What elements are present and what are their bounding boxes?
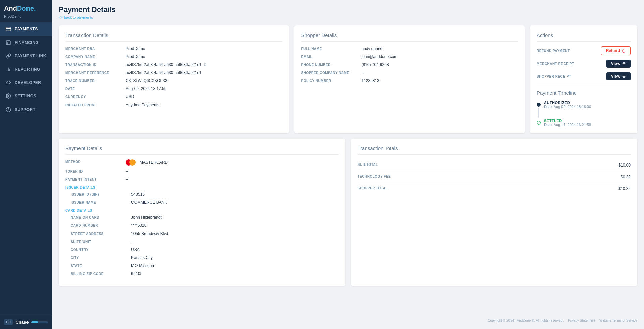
detail-row-trace: TRACE NUMBER C3T8LWJQ6CXKQLX3 — [65, 78, 282, 83]
trace-label: TRACE NUMBER — [65, 78, 126, 83]
payments-icon — [5, 26, 11, 32]
logo: AndDone. — [0, 0, 52, 14]
card-section-label: CARD DETAILS — [65, 209, 339, 212]
sidebar: AndDone. ProdDemo PAYMENTS FINANCING PAY… — [0, 0, 52, 329]
sidebar-item-payment-link-label: PAYMENT LINK — [15, 54, 46, 58]
phone-label: PHONE NUMBER — [301, 62, 362, 67]
card-number-label: CARD NUMBER — [71, 223, 131, 227]
main-content: Payment Details << back to payments Tran… — [52, 0, 644, 329]
svg-point-9 — [624, 63, 625, 64]
payment-intent-label: PAYMENT INTENT — [65, 177, 126, 181]
copyright: Copyright © 2024 - AndDone ®. All rights… — [488, 319, 564, 322]
sidebar-item-settings[interactable]: SETTINGS — [0, 89, 52, 103]
issuer-name-value: COMMERCE BANK — [131, 200, 167, 205]
fullname-label: FULL NAME — [301, 46, 362, 51]
refund-payment-label: REFUND PAYMENT — [537, 49, 570, 53]
bottom-cards-row: Payment Details METHOD MASTERCARD TOKEN … — [59, 139, 637, 286]
shopper-company-value: -- — [362, 70, 364, 75]
sidebar-item-developer-label: DEVELOPER — [15, 80, 41, 85]
svg-rect-0 — [6, 27, 11, 31]
page-title: Payment Details — [59, 5, 637, 14]
detail-row-company: COMPANY NAME ProdDemo — [65, 54, 282, 59]
policy-label: POLICY NUMBER — [301, 78, 362, 83]
payment-timeline-section: Payment Timeline AUTHORIZED Date: Aug 09… — [537, 85, 631, 127]
sidebar-item-financing[interactable]: FINANCING — [0, 36, 52, 49]
company-name-label: COMPANY NAME — [65, 54, 126, 59]
country-label: COUNTRY — [71, 247, 131, 252]
sidebar-item-payments-label: PAYMENTS — [15, 27, 38, 31]
back-link[interactable]: << back to payments — [59, 15, 93, 19]
authorized-event: AUTHORIZED — [544, 101, 591, 105]
policy-value: 11235813 — [362, 78, 379, 83]
merchant-ref-label: MERCHANT REFERENCE — [65, 70, 126, 75]
sidebar-item-developer[interactable]: DEVELOPER — [0, 76, 52, 89]
city-value: Kansas City — [131, 255, 153, 260]
shopper-receipt-row: SHOPPER RECEIPT View — [537, 72, 631, 80]
detail-row-name-on-card: NAME ON CARD John Hildebrandt — [65, 215, 339, 220]
totals-row-total: SHOPPER TOTAL $10.32 — [358, 183, 631, 194]
method-value: MASTERCARD — [126, 159, 168, 166]
payment-details-title: Payment Details — [65, 145, 339, 155]
top-cards-row: Transaction Details MERCHANT DBA ProdDem… — [59, 25, 637, 133]
detail-row-initiated: INITIATED FROM Anytime Payments — [65, 103, 282, 107]
developer-icon — [5, 80, 11, 86]
state-value: MO-Missouri — [131, 263, 154, 268]
sidebar-item-support[interactable]: SUPPORT — [0, 103, 52, 116]
actions-title: Actions — [537, 32, 631, 42]
settled-date: Date: Aug 11, 2024 16:21:58 — [544, 123, 591, 127]
issuer-id-label: ISSUER ID (BIN) — [71, 192, 131, 196]
initiated-value: Anytime Payments — [126, 103, 159, 107]
detail-row-policy: POLICY NUMBER 11235813 — [301, 78, 518, 83]
street-value: 1055 Broadway Blvd — [131, 231, 168, 236]
footer: Copyright © 2024 - AndDone ®. All rights… — [59, 315, 637, 322]
totals-row-subtotal: SUB-TOTAL $10.00 — [358, 159, 631, 171]
fullname-value: andy dunne — [362, 46, 383, 51]
detail-row-txn-id: TRANSACTION ID ac4f375d-2ab8-4a64-a630-a… — [65, 62, 282, 67]
transaction-totals-card: Transaction Totals SUB-TOTAL $10.00 TECH… — [351, 139, 638, 286]
tos-link[interactable]: Website Terms of Service — [599, 319, 637, 322]
subtotal-label: SUB-TOTAL — [358, 163, 378, 168]
fee-label: TECHNOLOGY FEE — [358, 175, 391, 179]
detail-row-country: COUNTRY USA — [65, 247, 339, 252]
payment-link-icon — [5, 53, 11, 59]
detail-row-street: STREET ADDRESS 1055 Broadway Blvd — [65, 231, 339, 236]
shopper-receipt-view-button[interactable]: View — [606, 72, 631, 80]
token-id-label: TOKEN ID — [65, 169, 126, 173]
email-label: EMAIL — [301, 54, 362, 59]
method-label: METHOD — [65, 159, 126, 164]
copy-icon[interactable]: ⧉ — [204, 62, 207, 67]
suite-label: SUITE/UNIT — [71, 239, 131, 244]
sidebar-item-payment-link[interactable]: PAYMENT LINK — [0, 49, 52, 63]
detail-row-fullname: FULL NAME andy dunne — [301, 46, 518, 51]
refund-button[interactable]: Refund — [601, 46, 631, 55]
transaction-details-title: Transaction Details — [65, 32, 282, 42]
reporting-icon — [5, 66, 11, 72]
detail-row-phone: PHONE NUMBER (816) 704-9268 — [301, 62, 518, 67]
detail-row-shopper-company: SHOPPER COMPANY NAME -- — [301, 70, 518, 75]
totals-row-fee: TECHNOLOGY FEE $0.32 — [358, 171, 631, 183]
merchant-receipt-view-button[interactable]: View — [606, 60, 631, 68]
merchant-receipt-label: MERCHANT RECEIPT — [537, 62, 574, 66]
shopper-receipt-label: SHOPPER RECEIPT — [537, 75, 571, 78]
zip-value: 64105 — [131, 271, 142, 276]
sidebar-item-financing-label: FINANCING — [15, 40, 39, 45]
state-label: STATE — [71, 263, 131, 268]
sidebar-item-reporting-label: REPORTING — [15, 67, 40, 72]
issuer-section-label: ISSUER DETAILS — [65, 186, 339, 189]
timeline-item-authorized: AUTHORIZED Date: Aug 09, 2024 18:18:00 — [537, 101, 631, 119]
svg-rect-2 — [6, 41, 10, 45]
sidebar-item-reporting[interactable]: REPORTING — [0, 63, 52, 76]
svg-point-10 — [624, 76, 625, 77]
detail-row-date: DATE Aug 09, 2024 18:17:59 — [65, 86, 282, 91]
payment-details-card: Payment Details METHOD MASTERCARD TOKEN … — [59, 139, 345, 286]
sidebar-item-settings-label: SETTINGS — [15, 94, 36, 98]
sidebar-item-payments[interactable]: PAYMENTS — [0, 22, 52, 36]
detail-row-issuer-id: ISSUER ID (BIN) 540515 — [65, 192, 339, 197]
payment-intent-value: -- — [126, 177, 128, 182]
subtotal-value: $10.00 — [618, 163, 631, 168]
city-label: CITY — [71, 255, 131, 260]
txn-id-label: TRANSACTION ID — [65, 62, 126, 67]
privacy-link[interactable]: Privacy Statement — [568, 319, 595, 322]
timeline-connector — [538, 108, 539, 118]
detail-row-method: METHOD MASTERCARD — [65, 159, 339, 166]
